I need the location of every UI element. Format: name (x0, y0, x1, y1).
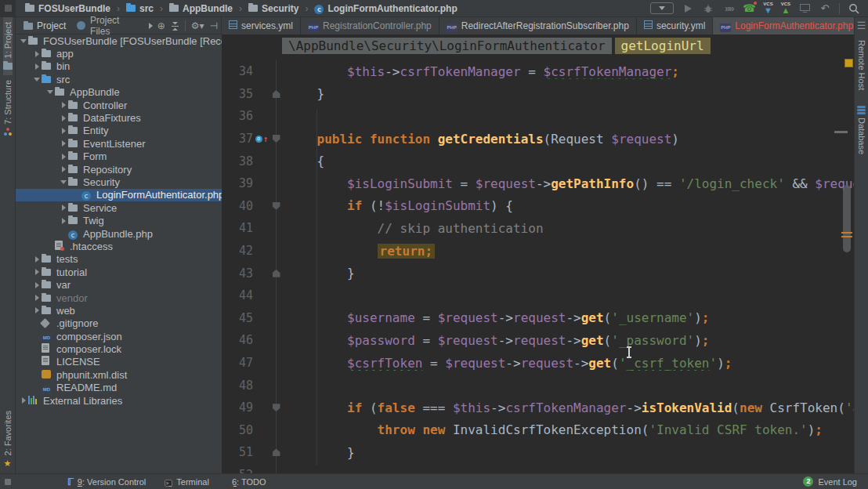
hide-panel-icon[interactable]: ⊣ (210, 20, 218, 31)
tab-label: LoginFormAuthenticator.php (735, 20, 853, 31)
tree-expand-arrow-icon[interactable] (32, 63, 42, 70)
tree-expand-arrow-icon[interactable] (59, 128, 68, 134)
tree-item-composer-lock[interactable]: composer.lock (16, 342, 222, 355)
code-area[interactable]: 34 $this->csrfTokenManager = $csrfTokenM… (222, 60, 854, 473)
tab-loginformauthenticator-php[interactable]: PHPLoginFormAuthenticator.php (713, 17, 861, 34)
tree-item-bin[interactable]: bin (16, 60, 222, 73)
tree-item-controller[interactable]: Controller (16, 99, 222, 111)
tree-item-src[interactable]: src (16, 73, 222, 85)
project-view-button[interactable]: Project (20, 19, 69, 33)
run-config-dropdown[interactable] (650, 2, 674, 14)
tree-item-tutorial[interactable]: tutorial (16, 266, 222, 278)
tab-registrationcontroller-php[interactable]: PHPRegistrationController.php (301, 17, 439, 34)
tree-collapse-arrow-icon[interactable] (45, 90, 55, 94)
debug-icon[interactable] (702, 2, 714, 15)
tree-item-composer-json[interactable]: MDcomposer.json (16, 330, 222, 342)
tree-item-appbundle[interactable]: AppBundle (16, 86, 222, 99)
class-icon: c (314, 3, 324, 14)
more-views-icon[interactable] (149, 23, 153, 29)
tree-expand-arrow-icon[interactable] (32, 51, 42, 57)
tree-expand-arrow-icon[interactable] (59, 218, 68, 224)
tree-item-service[interactable]: Service (16, 201, 222, 214)
fold-marker-icon[interactable] (270, 448, 282, 456)
fold-marker-icon[interactable] (270, 404, 282, 411)
undo-icon[interactable]: ↶ (819, 2, 831, 15)
tool-button-remote-host[interactable]: Remote Host (857, 35, 866, 95)
fold-marker-icon[interactable] (270, 135, 282, 143)
tree-item-gitignore[interactable]: .gitignore (16, 317, 222, 330)
breadcrumb-item-loginformauthenticator-php[interactable]: cLoginFormAuthenticator.php (309, 2, 461, 16)
tree-expand-arrow-icon[interactable] (59, 166, 68, 172)
tree-item-web[interactable]: web (16, 304, 222, 317)
tree-expand-arrow-icon[interactable] (59, 154, 68, 160)
breadcrumb-item-security[interactable]: Security (244, 2, 303, 16)
fold-marker-icon[interactable] (270, 270, 282, 277)
tree-item-entity[interactable]: Entity (16, 125, 222, 137)
class-icon: c (81, 189, 91, 201)
tree-item-readme-md[interactable]: MDREADME.md (16, 382, 222, 394)
tree-collapse-arrow-icon[interactable] (32, 78, 42, 82)
tab-label: RegistrationController.php (323, 20, 432, 31)
tree-collapse-arrow-icon[interactable] (59, 180, 68, 184)
tree-item-htaccess[interactable]: .htaccess (16, 240, 222, 252)
tree-item-vendor[interactable]: vendor (16, 292, 222, 304)
tree-item-license[interactable]: LICENSE (16, 356, 222, 368)
status-item-terminal[interactable]: >_Terminal (165, 477, 209, 487)
editor[interactable]: \AppBundle\Security\LoginFormAuthenticat… (222, 34, 854, 473)
tree-item-datafixtures[interactable]: DataFixtures (16, 111, 222, 124)
tree-expand-arrow-icon[interactable] (32, 269, 42, 275)
tree-expand-arrow-icon[interactable] (32, 282, 42, 288)
tree-item-twig[interactable]: Twig (16, 214, 222, 226)
locate-icon[interactable]: ⊕ (157, 20, 165, 31)
tree-item-app[interactable]: app (16, 47, 222, 60)
tree-item-form[interactable]: Form (16, 150, 222, 163)
status-item-9-version-control[interactable]: ℾ9: Version Control (67, 476, 146, 487)
tree-item-security[interactable]: Security (16, 176, 222, 188)
stripe-toggle-icon[interactable] (0, 479, 16, 485)
collapse-all-icon[interactable] (171, 22, 179, 31)
tree-expand-arrow-icon[interactable] (32, 295, 42, 301)
tree-item-eventlistener[interactable]: EventListener (16, 137, 222, 150)
tree-item-var[interactable]: var (16, 278, 222, 291)
fold-marker-icon[interactable] (270, 90, 282, 98)
editor-scrollbar[interactable] (843, 185, 851, 252)
tab-services-yml[interactable]: services.yml (222, 17, 301, 34)
tool-button-database[interactable]: Database (857, 95, 866, 159)
search-icon[interactable] (848, 2, 860, 15)
tree-item-phpunit-xml-dist[interactable]: phpunit.xml.dist (16, 368, 222, 381)
settings-gear-icon[interactable]: ⚙︎▾ (191, 20, 204, 31)
debug-listener-icon[interactable]: ☎ (743, 2, 755, 15)
tree-expand-arrow-icon[interactable] (19, 397, 28, 404)
tab-redirectafterregistrationsubscriber-php[interactable]: PHPRedirectAfterRegistrationSubscriber.p… (439, 17, 637, 34)
resume-icon[interactable]: »» (722, 2, 735, 15)
tree-item-fosuserbundle-fosuserbundle-recordi[interactable]: FOSUserBundle [FOSUserBundle [Recordi (16, 34, 222, 47)
vcs-update-icon[interactable]: VCS▼ (763, 2, 772, 15)
status-item-6-todo[interactable]: 6: TODO (228, 477, 266, 487)
tree-expand-arrow-icon[interactable] (32, 307, 42, 313)
breadcrumb-item-appbundle[interactable]: AppBundle (165, 2, 237, 16)
tree-item-label: AppBundle (70, 86, 120, 98)
tree-expand-arrow-icon[interactable] (59, 140, 68, 147)
tree-item-appbundle-php[interactable]: cAppBundle.php (16, 227, 222, 240)
code-text: if (!$isLoginSubmit) { (282, 198, 513, 213)
tree-expand-arrow-icon[interactable] (59, 115, 68, 121)
tool-button-project[interactable]: 1: Project (3, 17, 13, 75)
vcs-commit-icon[interactable]: VCS▲ (781, 2, 790, 15)
tool-button-favorites[interactable]: 2: Favorites ★ (3, 406, 13, 473)
tree-collapse-arrow-icon[interactable] (19, 39, 28, 43)
tree-item-repository[interactable]: Repository (16, 163, 222, 176)
tab-security-yml[interactable]: security.yml (637, 17, 713, 34)
tree-expand-arrow-icon[interactable] (32, 256, 42, 263)
tree-item-external-libraries[interactable]: External Libraries (16, 394, 222, 407)
tree-item-tests[interactable]: tests (16, 253, 222, 266)
diff-icon[interactable] (798, 2, 811, 15)
tree-expand-arrow-icon[interactable] (59, 102, 68, 108)
tab-list-icon[interactable]: ☰ (857, 20, 866, 31)
run-icon[interactable] (682, 2, 694, 15)
event-log-button[interactable]: 2 Event Log (803, 476, 868, 487)
override-method-icon[interactable]: o↑ (253, 134, 270, 144)
fold-marker-icon[interactable] (270, 202, 282, 210)
tree-expand-arrow-icon[interactable] (59, 205, 68, 211)
tree-item-loginformauthenticator-php[interactable]: cLoginFormAuthenticator.php (16, 189, 222, 201)
tool-button-structure[interactable]: 7: Structure (3, 75, 13, 140)
